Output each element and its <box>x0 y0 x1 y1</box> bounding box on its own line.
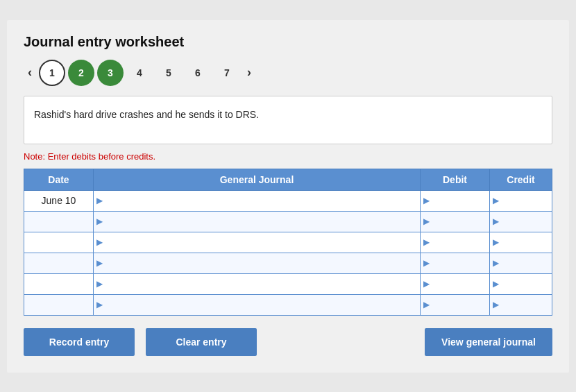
credit-input-1[interactable] <box>490 212 552 232</box>
debit-input-2[interactable] <box>421 232 489 253</box>
date-cell-4 <box>24 273 94 294</box>
note-text: Note: Enter debits before credits. <box>24 151 552 162</box>
debit-cell-4[interactable]: ▶ <box>421 273 490 294</box>
col-header-date: Date <box>24 169 94 190</box>
debit-input-4[interactable] <box>421 274 489 294</box>
journal-cell-2[interactable]: ▶ <box>94 232 421 253</box>
credit-input-5[interactable] <box>490 295 552 315</box>
debit-cell-2[interactable]: ▶ <box>421 232 490 253</box>
debit-cell-5[interactable]: ▶ <box>421 294 490 315</box>
journal-input-1[interactable] <box>94 212 420 232</box>
next-tab-button[interactable]: › <box>243 62 255 83</box>
credit-cell-2[interactable]: ▶ <box>490 232 552 253</box>
journal-cell-0[interactable]: ▶ <box>94 190 421 211</box>
debit-input-1[interactable] <box>421 212 489 232</box>
page-title: Journal entry worksheet <box>24 34 552 50</box>
journal-cell-5[interactable]: ▶ <box>94 294 421 315</box>
clear-entry-button[interactable]: Clear entry <box>146 328 257 356</box>
journal-input-5[interactable] <box>94 295 420 315</box>
journal-input-3[interactable] <box>94 253 420 273</box>
debit-cell-3[interactable]: ▶ <box>421 253 490 273</box>
description-box: Rashid's hard drive crashes and he sends… <box>24 96 552 144</box>
credit-cell-1[interactable]: ▶ <box>490 211 552 232</box>
date-cell-5 <box>24 294 94 315</box>
col-header-credit: Credit <box>490 169 552 190</box>
col-header-debit: Debit <box>421 169 490 190</box>
date-cell-2 <box>24 232 94 253</box>
tab-3[interactable]: 3 <box>97 60 124 86</box>
debit-input-5[interactable] <box>421 295 489 315</box>
table-row: ▶▶▶ <box>24 253 552 273</box>
tab-4[interactable]: 4 <box>126 60 153 86</box>
journal-cell-4[interactable]: ▶ <box>94 273 421 294</box>
credit-input-4[interactable] <box>490 274 552 294</box>
record-entry-button[interactable]: Record entry <box>24 328 135 356</box>
table-row: ▶▶▶ <box>24 232 552 253</box>
button-row: Record entry Clear entry View general jo… <box>24 328 552 356</box>
debit-cell-0[interactable]: ▶ <box>421 190 490 211</box>
debit-input-3[interactable] <box>421 253 489 273</box>
tab-6[interactable]: 6 <box>185 60 211 86</box>
date-cell-3 <box>24 253 94 273</box>
date-cell-0: June 10 <box>24 190 94 211</box>
table-row: ▶▶▶ <box>24 294 552 315</box>
debit-cell-1[interactable]: ▶ <box>421 211 490 232</box>
credit-input-2[interactable] <box>490 232 552 253</box>
prev-tab-button[interactable]: ‹ <box>24 62 36 83</box>
tab-7[interactable]: 7 <box>214 60 240 86</box>
journal-cell-3[interactable]: ▶ <box>94 253 421 273</box>
tab-2[interactable]: 2 <box>68 60 94 86</box>
journal-input-4[interactable] <box>94 274 420 294</box>
journal-input-0[interactable] <box>94 191 420 211</box>
view-general-journal-button[interactable]: View general journal <box>425 328 552 356</box>
tab-1[interactable]: 1 <box>39 60 65 86</box>
tab-5[interactable]: 5 <box>155 60 182 86</box>
tabs-row: ‹ 1 2 3 4 5 6 7 › <box>24 60 552 86</box>
journal-input-2[interactable] <box>94 232 420 253</box>
credit-input-0[interactable] <box>490 191 552 211</box>
credit-cell-5[interactable]: ▶ <box>490 294 552 315</box>
journal-cell-1[interactable]: ▶ <box>94 211 421 232</box>
date-cell-1 <box>24 211 94 232</box>
table-row: ▶▶▶ <box>24 211 552 232</box>
credit-cell-4[interactable]: ▶ <box>490 273 552 294</box>
main-container: Journal entry worksheet ‹ 1 2 3 4 5 6 7 … <box>7 20 569 373</box>
credit-input-3[interactable] <box>490 253 552 273</box>
credit-cell-0[interactable]: ▶ <box>490 190 552 211</box>
table-row: June 10▶▶▶ <box>24 190 552 211</box>
table-row: ▶▶▶ <box>24 273 552 294</box>
col-header-journal: General Journal <box>94 169 421 190</box>
journal-table: Date General Journal Debit Credit June 1… <box>24 169 552 316</box>
debit-input-0[interactable] <box>421 191 489 211</box>
credit-cell-3[interactable]: ▶ <box>490 253 552 273</box>
